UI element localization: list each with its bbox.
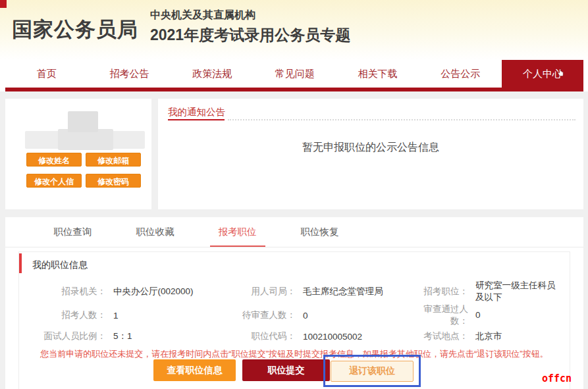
field-label: 招考人数： <box>26 309 106 321</box>
field-value: 毛主席纪念堂管理局 <box>303 286 383 298</box>
page: 国家公务员局 中央机关及其直属机构 2021年度考试录用公务员专题 首页 招考公… <box>0 0 588 389</box>
edit-personal-info-button[interactable]: 修改个人信息 <box>26 174 82 188</box>
subtitle-line1: 中央机关及其直属机构 <box>150 9 350 22</box>
field-value: 1 <box>113 311 119 321</box>
tab-applied-position-label: 报考职位 <box>219 226 257 237</box>
field-label: 待审查人数： <box>223 309 296 321</box>
tab-position-favorites[interactable]: 职位收藏 <box>114 217 196 247</box>
info-row: 面试人员比例： 5：1 职位代码： 100210005002 考试地点： 北京市 <box>26 327 563 346</box>
field-value: 0 <box>475 309 556 321</box>
field-recruit-count: 招考人数： 1 <box>26 309 223 321</box>
submit-position-button[interactable]: 职位提交 <box>242 359 330 381</box>
notice-empty-message: 暂无申报职位的公示公告信息 <box>158 141 583 155</box>
nav-item-personal-center[interactable]: 个人中心 <box>502 60 583 91</box>
field-value: 中央办公厅(002000) <box>113 286 194 298</box>
field-label: 审查通过人数： <box>408 303 468 327</box>
my-position-info-box: 我的职位信息 招录机关： 中央办公厅(002000) 用人司局： 毛主席纪念堂管… <box>18 251 570 389</box>
site-header: 国家公务员局 中央机关及其直属机构 2021年度考试录用公务员专题 <box>0 0 588 60</box>
field-label: 招考职位： <box>408 286 468 298</box>
main-nav: 首页 招考公告 政策法规 常见问题 相关下载 公告公示 个人中心 <box>0 60 588 91</box>
field-value: 北京市 <box>475 330 556 342</box>
corner-decoration <box>0 0 7 8</box>
subtitle-line2: 2021年度考试录用公务员专题 <box>150 25 350 45</box>
nav-item-personal-center-label: 个人中心 <box>502 60 583 88</box>
nav-item-policies[interactable]: 政策法规 <box>171 60 254 88</box>
site-subtitle: 中央机关及其直属机构 2021年度考试录用公务员专题 <box>150 9 350 45</box>
action-buttons-row: 查看职位信息 职位提交 退订该职位 <box>19 357 570 389</box>
field-value: 研究室一级主任科员及以下 <box>475 280 556 303</box>
field-position-title: 招考职位： 研究室一级主任科员及以下 <box>408 280 563 303</box>
nav-item-public-notices[interactable]: 公告公示 <box>419 60 502 88</box>
nav-red-strip <box>5 88 583 91</box>
field-label: 职位代码： <box>223 330 296 342</box>
site-logo: 国家公务员局 <box>12 16 138 43</box>
field-label: 考试地点： <box>408 330 468 342</box>
tab-applied-position[interactable]: 报考职位 <box>196 217 279 247</box>
edit-name-button[interactable]: 修改姓名 <box>26 153 82 167</box>
view-position-button[interactable]: 查看职位信息 <box>153 359 236 381</box>
field-label: 招录机关： <box>26 286 106 298</box>
nav-items: 首页 招考公告 政策法规 常见问题 相关下载 公告公示 <box>5 60 502 88</box>
notice-title-underline <box>168 119 225 120</box>
position-panel: 职位查询 职位收藏 报考职位 职位恢复 我的职位信息 招录机关： 中央办公厅(0… <box>5 217 583 389</box>
section-accent-bar <box>19 253 22 273</box>
position-section-title: 我的职位信息 <box>32 259 88 271</box>
blue-highlight-annotation: 退订该职位 <box>323 355 421 387</box>
nav-item-downloads[interactable]: 相关下载 <box>336 60 419 88</box>
unsubscribe-position-button[interactable]: 退订该职位 <box>331 361 414 382</box>
info-row: 招考人数： 1 待审查人数： 0 审查通过人数： 0 <box>26 303 563 327</box>
edit-password-button[interactable]: 修改密码 <box>86 174 141 188</box>
info-row: 招录机关： 中央办公厅(002000) 用人司局： 毛主席纪念堂管理局 招考职位… <box>26 280 563 303</box>
notice-section-title: 我的通知公告 <box>168 106 225 118</box>
position-fields: 招录机关： 中央办公厅(002000) 用人司局： 毛主席纪念堂管理局 招考职位… <box>26 280 563 364</box>
tabs-divider <box>5 247 583 247</box>
offcn-watermark: offcn <box>542 373 572 384</box>
nav-item-faq[interactable]: 常见问题 <box>254 60 336 88</box>
tab-position-restore[interactable]: 职位恢复 <box>279 217 361 247</box>
tab-position-search[interactable]: 职位查询 <box>32 217 114 247</box>
field-label: 用人司局： <box>223 286 296 298</box>
edit-email-button[interactable]: 修改邮箱 <box>86 153 141 167</box>
field-pending-review-count: 待审查人数： 0 <box>223 309 408 321</box>
redacted-user-avatar <box>68 111 98 132</box>
field-label: 面试人员比例： <box>26 330 106 342</box>
field-approved-count: 审查通过人数： 0 <box>408 303 563 327</box>
profile-card: 修改姓名 修改邮箱 修改个人信息 修改密码 <box>5 99 151 209</box>
nav-item-announcements[interactable]: 招考公告 <box>88 60 171 88</box>
field-employing-department: 用人司局： 毛主席纪念堂管理局 <box>223 286 408 298</box>
field-position-code: 职位代码： 100210005002 <box>223 330 408 342</box>
field-interview-ratio: 面试人员比例： 5：1 <box>26 330 223 342</box>
position-tabs: 职位查询 职位收藏 报考职位 职位恢复 <box>32 217 361 247</box>
field-recruiting-agency: 招录机关： 中央办公厅(002000) <box>26 286 223 298</box>
mouse-cursor-icon <box>556 68 566 82</box>
field-value: 5：1 <box>113 330 132 342</box>
field-value: 100210005002 <box>303 332 362 342</box>
notice-card: 我的通知公告 暂无申报职位的公示公告信息 <box>158 99 583 209</box>
field-exam-location: 考试地点： 北京市 <box>408 330 563 342</box>
nav-item-home[interactable]: 首页 <box>5 60 88 88</box>
field-value: 0 <box>303 311 308 321</box>
notice-dotted-divider <box>228 119 575 120</box>
